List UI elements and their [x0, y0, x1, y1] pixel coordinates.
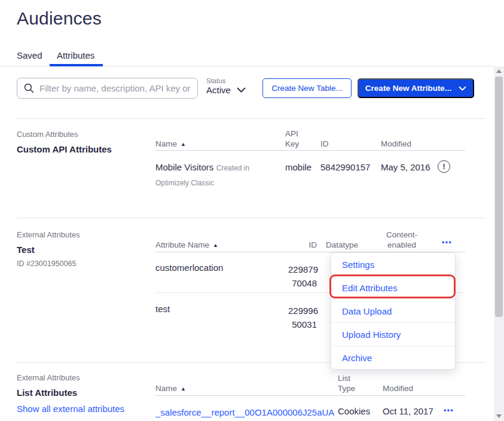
chevron-down-icon	[237, 87, 246, 93]
scrollbar-thumb[interactable]	[495, 77, 503, 317]
column-header-content-enabled: Content-enabled	[380, 230, 423, 250]
search-input[interactable]	[39, 83, 192, 93]
menu-item-data-upload[interactable]: Data Upload	[331, 299, 455, 322]
menu-item-upload-history[interactable]: Upload History	[331, 322, 455, 346]
id-value: 229996 50031	[288, 304, 317, 331]
status-value: Active	[206, 85, 231, 95]
column-header-attribute-name[interactable]: Attribute Name▲	[155, 240, 218, 251]
scroll-up-button[interactable]	[494, 66, 504, 76]
context-menu: Settings Edit Attributes Data Upload Upl…	[331, 252, 456, 370]
attribute-name: test	[155, 304, 170, 314]
status-label: Status	[206, 77, 249, 84]
section-title: Test	[17, 245, 35, 255]
column-header-name[interactable]: Name▲	[155, 139, 186, 150]
attribute-link[interactable]: _salesforce__report__00O1A000006J25aUA 3	[155, 405, 335, 421]
create-new-table-button[interactable]: Create New Table...	[262, 78, 352, 98]
attribute-name: customerlocation	[155, 263, 223, 273]
triangle-up-icon	[496, 69, 502, 73]
menu-item-archive[interactable]: Archive	[331, 346, 455, 369]
column-header-modified: Modified	[381, 139, 411, 149]
column-header-modified: Modified	[383, 383, 413, 393]
column-header-id: ID	[288, 240, 317, 250]
section-kicker: External Attributes	[17, 373, 80, 382]
page-title: Audiences	[17, 8, 102, 29]
section-divider	[17, 218, 485, 218]
menu-item-settings[interactable]: Settings	[331, 253, 455, 276]
sort-asc-icon: ▲	[181, 386, 186, 392]
section-divider	[17, 118, 485, 119]
scroll-down-button[interactable]	[494, 411, 504, 421]
status-dropdown[interactable]: Status Active	[206, 77, 249, 101]
table-header-divider	[155, 150, 465, 151]
column-header-id: ID	[320, 139, 329, 149]
audiences-page: Audiences Saved Attributes Status Active…	[0, 0, 504, 421]
chevron-down-icon	[459, 86, 466, 91]
modified-value: Oct 11, 2017	[383, 406, 433, 416]
search-icon	[24, 83, 34, 93]
tab-attributes[interactable]: Attributes	[57, 50, 94, 60]
show-all-external-attributes-link[interactable]: Show all external attributes	[17, 404, 124, 414]
table-row: Mobile Visitors Created in Optimizely Cl…	[155, 160, 278, 190]
section-kicker: Custom Attributes	[17, 130, 78, 139]
tab-saved[interactable]: Saved	[17, 50, 42, 60]
triangle-down-icon	[496, 414, 502, 418]
attribute-name: Mobile Visitors	[155, 162, 213, 172]
column-header-api-key: API Key	[285, 129, 306, 149]
api-key-value: mobile	[285, 162, 311, 172]
table-menu-icon[interactable]: •••	[442, 238, 452, 246]
modified-value: May 5, 2016	[381, 162, 430, 172]
vertical-scrollbar[interactable]	[494, 66, 504, 421]
section-title: List Attributes	[17, 388, 77, 398]
column-header-name[interactable]: Name▲	[155, 383, 186, 395]
id-value: 229879 70048	[288, 263, 317, 290]
list-type-value: Cookies	[338, 406, 370, 416]
search-box[interactable]	[17, 78, 198, 99]
section-subtitle: ID #23001950065	[17, 260, 76, 268]
table-header-divider	[155, 395, 465, 396]
sort-asc-icon: ▲	[213, 242, 218, 248]
create-new-attribute-label: Create New Attribute...	[365, 84, 451, 93]
section-kicker: External Attributes	[17, 230, 80, 239]
create-new-attribute-button[interactable]: Create New Attribute...	[358, 78, 474, 98]
menu-item-edit-attributes[interactable]: Edit Attributes	[331, 276, 455, 299]
section-title: Custom API Attributes	[17, 144, 112, 154]
warning-icon[interactable]: !	[438, 160, 450, 173]
column-header-datatype: Datatype	[326, 240, 358, 250]
sort-asc-icon: ▲	[181, 141, 186, 147]
row-menu-icon[interactable]: •••	[444, 406, 454, 414]
column-header-list-type: List Type	[338, 373, 361, 393]
id-value: 5842990157	[320, 162, 370, 172]
active-tab-indicator	[50, 64, 103, 66]
